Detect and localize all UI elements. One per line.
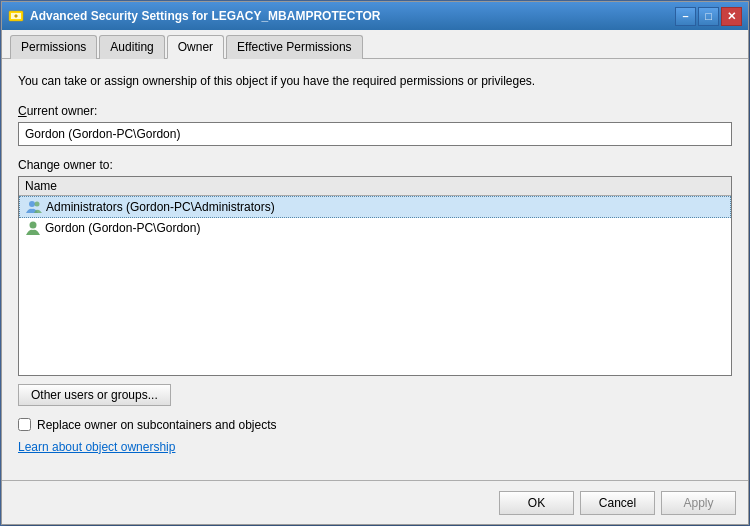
list-item[interactable]: Administrators (Gordon-PC\Administrators… bbox=[19, 196, 731, 218]
maximize-button[interactable]: □ bbox=[698, 7, 719, 26]
change-owner-label: Change owner to: bbox=[18, 158, 732, 172]
cancel-button[interactable]: Cancel bbox=[580, 491, 655, 515]
footer: OK Cancel Apply bbox=[2, 480, 748, 524]
replace-owner-label: Replace owner on subcontainers and objec… bbox=[37, 418, 276, 432]
user-icon bbox=[25, 220, 41, 236]
title-bar: Advanced Security Settings for LEGACY_MB… bbox=[2, 2, 748, 30]
replace-owner-checkbox[interactable] bbox=[18, 418, 31, 431]
other-users-button[interactable]: Other users or groups... bbox=[18, 384, 171, 406]
group-icon bbox=[26, 199, 42, 215]
current-owner-value: Gordon (Gordon-PC\Gordon) bbox=[18, 122, 732, 146]
tab-effective-permissions[interactable]: Effective Permissions bbox=[226, 35, 363, 59]
info-text: You can take or assign ownership of this… bbox=[18, 73, 732, 90]
owner-list: Name Administrators (Gordon-PC\Administr… bbox=[18, 176, 732, 376]
learn-link[interactable]: Learn about object ownership bbox=[18, 440, 175, 454]
current-owner-label: Current owner: bbox=[18, 104, 732, 118]
main-window: Advanced Security Settings for LEGACY_MB… bbox=[1, 1, 749, 525]
minimize-button[interactable]: – bbox=[675, 7, 696, 26]
title-controls: – □ ✕ bbox=[675, 7, 742, 26]
tab-owner[interactable]: Owner bbox=[167, 35, 224, 59]
tab-permissions[interactable]: Permissions bbox=[10, 35, 97, 59]
learn-link-row: Learn about object ownership bbox=[18, 440, 732, 454]
svg-point-4 bbox=[30, 221, 37, 228]
close-button[interactable]: ✕ bbox=[721, 7, 742, 26]
window-icon bbox=[8, 8, 24, 24]
tabs-bar: Permissions Auditing Owner Effective Per… bbox=[2, 30, 748, 59]
svg-point-2 bbox=[29, 201, 35, 207]
tab-auditing[interactable]: Auditing bbox=[99, 35, 164, 59]
list-item[interactable]: Gordon (Gordon-PC\Gordon) bbox=[19, 218, 731, 238]
apply-button[interactable]: Apply bbox=[661, 491, 736, 515]
name-list-header: Name bbox=[19, 177, 731, 196]
replace-owner-row: Replace owner on subcontainers and objec… bbox=[18, 418, 732, 432]
ok-button[interactable]: OK bbox=[499, 491, 574, 515]
content-area: You can take or assign ownership of this… bbox=[2, 59, 748, 480]
svg-point-3 bbox=[35, 201, 40, 206]
window-title: Advanced Security Settings for LEGACY_MB… bbox=[30, 9, 675, 23]
